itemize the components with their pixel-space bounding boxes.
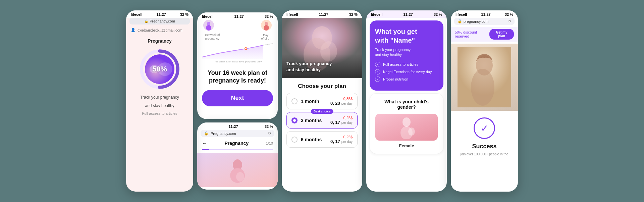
back-arrow[interactable]: ← [202, 140, 207, 146]
quiz-nav: ← Pregnancy 1/10 [197, 139, 278, 149]
discount-bar: 50% discount reserved Get my plan [451, 27, 518, 42]
time-1: 11:27 [157, 12, 166, 16]
screen-4-what-you-get: lifecell 11:27 32 % What you get with "N… [366, 10, 447, 192]
quiz-progress-fill [202, 149, 209, 150]
svg-point-10 [264, 25, 269, 31]
gender-label: Female [375, 143, 438, 148]
battery-3: 32 % [349, 12, 358, 16]
success-desc: join over 100 000+ people in the [461, 152, 508, 157]
user-icon: 👤 [131, 28, 136, 32]
best-choice-badge: Best choice [311, 109, 333, 114]
plan-name-6months: 6 months [301, 137, 322, 142]
status-bar-5: lifecell 11:27 32 % [451, 10, 518, 18]
success-checkmark-icon: ✓ [481, 123, 488, 134]
time-2b: 11:27 [228, 124, 238, 129]
tagline-line2: and stay healthy [131, 103, 189, 109]
refresh-icon-2b[interactable]: ↻ [268, 131, 271, 136]
url-bar-5[interactable]: 🔒 pregnancy.com ↻ [454, 18, 515, 25]
screen-5-success: lifecell 11:27 32 % 🔒 pregnancy.com ↻ 50… [451, 10, 518, 192]
screen-2-top: lifecell 11:27 32 % [197, 12, 278, 119]
screen-1-pregnancy: lifecell 11:27 32 % 🔒 Pregnancy.com 👤 сх… [126, 10, 193, 192]
status-bar-2b: 11:27 32 % [197, 122, 278, 130]
status-bar-1: lifecell 11:27 32 % [126, 10, 193, 18]
gender-card: What is your child's gender? Female [370, 93, 443, 154]
carrier-5: lifecell [455, 12, 467, 16]
time-4: 11:27 [404, 12, 413, 16]
feature-text: Full access to articles [131, 111, 189, 115]
radio-3months[interactable] [291, 117, 298, 123]
carrier-4: lifecell [371, 12, 382, 16]
chart-area: 1st week of pregnancy Dayof birth [197, 20, 278, 69]
success-circle: ✓ [474, 117, 495, 139]
plan-price-3months: 0,25$ 0, 17 per day [330, 116, 353, 125]
svg-point-23 [408, 128, 415, 136]
battery-5: 32 % [505, 12, 513, 16]
radio-6months[interactable] [291, 137, 298, 143]
get-plan-button[interactable]: Get my plan [489, 29, 514, 40]
user-email-section: 👤 схвфывфвф...@gmail.com [126, 27, 193, 35]
refresh-icon-5[interactable]: ↻ [508, 19, 511, 23]
old-price-1month: 0,35$ [330, 97, 353, 101]
url-bar-1[interactable]: 🔒 Pregnancy.com [129, 18, 190, 24]
plan-left-6months: 6 months [291, 137, 322, 143]
battery-1: 32 % [180, 12, 189, 16]
status-bar-2: lifecell 11:27 32 % [197, 12, 278, 20]
url-text-1: Pregnancy.com [150, 19, 175, 23]
plan-left-1month: 1 month [291, 98, 319, 104]
plan-option-3months[interactable]: Best choice 3 months 0,25$ 0, 17 per day [286, 112, 358, 129]
new-price-6months: 0, 17 per day [330, 139, 353, 144]
svg-point-26 [471, 69, 494, 106]
plan-price-6months: 0,25$ 0, 17 per day [330, 135, 353, 144]
time-5: 11:27 [481, 12, 491, 16]
choose-plan-title: Choose your plan [282, 78, 362, 93]
plan-price-1month: 0,35$ 0, 23 per day [330, 97, 353, 106]
status-bar-3: lifecell 11:27 32 % [282, 10, 362, 18]
quiz-image [197, 153, 278, 187]
time-2: 11:27 [234, 14, 244, 18]
quiz-progress-bar [202, 149, 273, 150]
old-price-6months: 0,25$ [330, 135, 353, 139]
hero-text: Track your pregnancy and stay healthy [286, 61, 332, 73]
percent-text: 50% [152, 65, 167, 73]
battery-2: 32 % [265, 14, 273, 18]
old-price-3months: 0,25$ [330, 116, 353, 120]
feature-label-1: Full access to articles [383, 62, 418, 66]
plan-option-1month[interactable]: 1 month 0,35$ 0, 23 per day [286, 93, 358, 109]
time-3: 11:27 [319, 12, 328, 16]
carrier-3: lifecell [286, 12, 298, 16]
what-you-get-subtitle: Track your pregnancy and stay healthy [375, 47, 438, 58]
success-section: ✓ Success join over 100 000+ people in t… [451, 111, 518, 157]
url-text-5: pregnancy.com [464, 19, 488, 23]
quiz-title: Pregnancy [224, 141, 249, 146]
success-title: Success [472, 143, 496, 150]
carrier-1: lifecell [131, 12, 142, 16]
feature-item-3: ✓ Proper nutrition [375, 77, 438, 82]
new-price-3months: 0, 17 per day [330, 120, 353, 125]
what-you-get-title: What you get with "Name" [375, 27, 438, 45]
url-bar-2b[interactable]: 🔒 Pregnancy.com ↻ [201, 130, 274, 137]
gender-image [375, 114, 438, 141]
carrier-2: lifecell [202, 14, 213, 18]
new-price-1month: 0, 23 per day [330, 101, 353, 106]
screens-container: lifecell 11:27 32 % 🔒 Pregnancy.com 👤 сх… [0, 0, 644, 202]
plan-option-6months[interactable]: 6 months 0,25$ 0, 17 per day [286, 131, 358, 148]
battery-2b: 32 % [265, 124, 273, 129]
progress-circle: 50% [140, 49, 180, 89]
plan-ready-text: Your 16 week plan of pregnancy is ready! [197, 69, 278, 90]
discount-text: 50% discount reserved [455, 30, 489, 38]
feature-label-3: Proper nutrition [383, 77, 408, 81]
svg-point-15 [236, 172, 244, 182]
feature-check-2: ✓ [375, 69, 380, 74]
chart-curve-svg [202, 42, 273, 59]
lock-icon-1: 🔒 [144, 19, 148, 23]
chart-label-left: 1st week of pregnancy [205, 33, 220, 41]
screen3-hero: Track your pregnancy and stay healthy [282, 18, 362, 78]
screen5-hero [451, 44, 518, 111]
radio-1month[interactable] [291, 98, 298, 104]
feature-item-1: ✓ Full access to articles [375, 62, 438, 67]
svg-point-7 [206, 25, 211, 31]
next-button[interactable]: Next [202, 90, 273, 106]
screen-2-bottom: 11:27 32 % 🔒 Pregnancy.com ↻ ← Pregnancy… [197, 122, 278, 190]
feature-check-3: ✓ [375, 77, 380, 82]
battery-4: 32 % [434, 12, 442, 16]
